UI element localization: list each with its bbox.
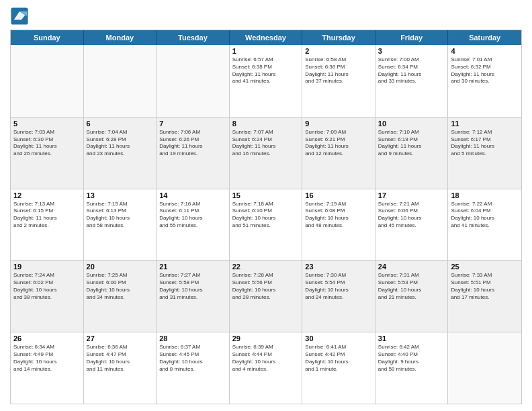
day-info: Sunrise: 7:07 AMSunset: 6:24 PMDaylight:… <box>232 129 300 158</box>
day-number: 24 <box>378 263 445 271</box>
day-number: 5 <box>13 120 81 128</box>
calendar-cell-week0-day5: 3Sunrise: 7:00 AMSunset: 6:34 PMDaylight… <box>375 45 449 117</box>
day-info: Sunrise: 7:13 AMSunset: 6:15 PMDaylight:… <box>13 201 81 230</box>
calendar-row-4: 26Sunrise: 6:34 AMSunset: 4:49 PMDayligh… <box>11 332 521 404</box>
day-number: 23 <box>305 263 372 271</box>
day-info: Sunrise: 7:12 AMSunset: 6:17 PMDaylight:… <box>451 129 519 158</box>
calendar-row-0: 1Sunrise: 6:57 AMSunset: 6:38 PMDaylight… <box>11 45 521 117</box>
day-info: Sunrise: 6:36 AMSunset: 4:47 PMDaylight:… <box>87 344 154 373</box>
calendar-cell-week0-day0 <box>11 45 84 117</box>
day-info: Sunrise: 6:39 AMSunset: 4:44 PMDaylight:… <box>232 344 300 373</box>
day-number: 6 <box>87 120 154 128</box>
calendar: SundayMondayTuesdayWednesdayThursdayFrid… <box>10 30 522 404</box>
day-number: 13 <box>87 191 154 199</box>
calendar-cell-week4-day3: 29Sunrise: 6:39 AMSunset: 4:44 PMDayligh… <box>230 332 303 404</box>
weekday-header-monday: Monday <box>84 30 157 45</box>
day-number: 21 <box>159 263 226 271</box>
calendar-cell-week3-day4: 23Sunrise: 7:30 AMSunset: 5:54 PMDayligh… <box>302 261 375 332</box>
day-number: 14 <box>159 191 226 199</box>
day-info: Sunrise: 6:57 AMSunset: 6:38 PMDaylight:… <box>232 56 300 85</box>
calendar-cell-week1-day1: 6Sunrise: 7:04 AMSunset: 6:28 PMDaylight… <box>84 118 157 189</box>
calendar-cell-week4-day0: 26Sunrise: 6:34 AMSunset: 4:49 PMDayligh… <box>11 332 84 404</box>
day-info: Sunrise: 6:34 AMSunset: 4:49 PMDaylight:… <box>13 344 81 373</box>
weekday-header-wednesday: Wednesday <box>230 30 303 45</box>
weekday-header-friday: Friday <box>375 30 449 45</box>
day-info: Sunrise: 6:58 AMSunset: 6:36 PMDaylight:… <box>305 56 372 85</box>
calendar-cell-week1-day3: 8Sunrise: 7:07 AMSunset: 6:24 PMDaylight… <box>230 118 303 189</box>
calendar-cell-week1-day0: 5Sunrise: 7:03 AMSunset: 6:30 PMDaylight… <box>11 118 84 189</box>
calendar-cell-week0-day2 <box>157 45 230 117</box>
calendar-cell-week2-day2: 14Sunrise: 7:16 AMSunset: 6:11 PMDayligh… <box>157 189 230 261</box>
weekday-header-tuesday: Tuesday <box>157 30 230 45</box>
day-info: Sunrise: 6:42 AMSunset: 4:40 PMDaylight:… <box>378 344 445 373</box>
calendar-cell-week2-day3: 15Sunrise: 7:18 AMSunset: 6:10 PMDayligh… <box>230 189 303 261</box>
day-number: 9 <box>305 120 372 128</box>
day-info: Sunrise: 6:41 AMSunset: 4:42 PMDaylight:… <box>305 344 372 373</box>
calendar-cell-week4-day6 <box>448 332 521 404</box>
calendar-cell-week4-day1: 27Sunrise: 6:36 AMSunset: 4:47 PMDayligh… <box>84 332 157 404</box>
day-number: 27 <box>87 334 154 342</box>
calendar-cell-week3-day3: 22Sunrise: 7:28 AMSunset: 5:56 PMDayligh… <box>230 261 303 332</box>
logo-icon <box>10 7 29 26</box>
day-number: 8 <box>232 120 300 128</box>
day-info: Sunrise: 7:27 AMSunset: 5:58 PMDaylight:… <box>159 272 226 301</box>
day-info: Sunrise: 6:37 AMSunset: 4:45 PMDaylight:… <box>159 344 226 373</box>
calendar-cell-week1-day5: 10Sunrise: 7:10 AMSunset: 6:19 PMDayligh… <box>375 118 449 189</box>
day-number: 1 <box>232 47 300 55</box>
page: SundayMondayTuesdayWednesdayThursdayFrid… <box>0 0 532 411</box>
calendar-body: 1Sunrise: 6:57 AMSunset: 6:38 PMDaylight… <box>11 45 521 404</box>
day-info: Sunrise: 7:18 AMSunset: 6:10 PMDaylight:… <box>232 201 300 230</box>
day-info: Sunrise: 7:03 AMSunset: 6:30 PMDaylight:… <box>13 129 81 158</box>
day-number: 16 <box>305 191 372 199</box>
day-number: 30 <box>305 334 372 342</box>
day-number: 10 <box>378 120 445 128</box>
day-number: 26 <box>13 334 81 342</box>
day-info: Sunrise: 7:16 AMSunset: 6:11 PMDaylight:… <box>159 201 226 230</box>
day-number: 3 <box>378 47 445 55</box>
calendar-cell-week2-day5: 17Sunrise: 7:21 AMSunset: 6:06 PMDayligh… <box>375 189 449 261</box>
day-number: 15 <box>232 191 300 199</box>
day-info: Sunrise: 7:22 AMSunset: 6:04 PMDaylight:… <box>451 201 519 230</box>
calendar-cell-week2-day6: 18Sunrise: 7:22 AMSunset: 6:04 PMDayligh… <box>448 189 521 261</box>
calendar-header: SundayMondayTuesdayWednesdayThursdayFrid… <box>11 30 521 45</box>
calendar-cell-week3-day6: 25Sunrise: 7:33 AMSunset: 5:51 PMDayligh… <box>448 261 521 332</box>
calendar-cell-week0-day1 <box>84 45 157 117</box>
calendar-cell-week3-day1: 20Sunrise: 7:25 AMSunset: 6:00 PMDayligh… <box>84 261 157 332</box>
day-number: 12 <box>13 191 81 199</box>
day-info: Sunrise: 7:24 AMSunset: 6:02 PMDaylight:… <box>13 272 81 301</box>
header <box>10 7 522 26</box>
calendar-cell-week3-day0: 19Sunrise: 7:24 AMSunset: 6:02 PMDayligh… <box>11 261 84 332</box>
day-info: Sunrise: 7:21 AMSunset: 6:06 PMDaylight:… <box>378 201 445 230</box>
weekday-header-thursday: Thursday <box>302 30 375 45</box>
day-number: 31 <box>378 334 445 342</box>
calendar-cell-week2-day1: 13Sunrise: 7:15 AMSunset: 6:13 PMDayligh… <box>84 189 157 261</box>
calendar-cell-week4-day2: 28Sunrise: 6:37 AMSunset: 4:45 PMDayligh… <box>157 332 230 404</box>
weekday-header-saturday: Saturday <box>448 30 521 45</box>
day-info: Sunrise: 7:33 AMSunset: 5:51 PMDaylight:… <box>451 272 519 301</box>
calendar-cell-week4-day4: 30Sunrise: 6:41 AMSunset: 4:42 PMDayligh… <box>302 332 375 404</box>
day-number: 28 <box>159 334 226 342</box>
day-number: 7 <box>159 120 226 128</box>
day-info: Sunrise: 7:00 AMSunset: 6:34 PMDaylight:… <box>378 56 445 85</box>
calendar-cell-week0-day4: 2Sunrise: 6:58 AMSunset: 6:36 PMDaylight… <box>302 45 375 117</box>
day-number: 22 <box>232 263 300 271</box>
calendar-cell-week0-day6: 4Sunrise: 7:01 AMSunset: 6:32 PMDaylight… <box>448 45 521 117</box>
day-number: 20 <box>87 263 154 271</box>
calendar-cell-week1-day4: 9Sunrise: 7:09 AMSunset: 6:21 PMDaylight… <box>302 118 375 189</box>
day-number: 18 <box>451 191 519 199</box>
day-info: Sunrise: 7:28 AMSunset: 5:56 PMDaylight:… <box>232 272 300 301</box>
day-number: 25 <box>451 263 519 271</box>
calendar-cell-week2-day4: 16Sunrise: 7:19 AMSunset: 6:08 PMDayligh… <box>302 189 375 261</box>
day-number: 17 <box>378 191 445 199</box>
day-number: 2 <box>305 47 372 55</box>
day-info: Sunrise: 7:31 AMSunset: 5:53 PMDaylight:… <box>378 272 445 301</box>
calendar-row-3: 19Sunrise: 7:24 AMSunset: 6:02 PMDayligh… <box>11 260 521 332</box>
day-number: 29 <box>232 334 300 342</box>
calendar-cell-week3-day5: 24Sunrise: 7:31 AMSunset: 5:53 PMDayligh… <box>375 261 449 332</box>
calendar-row-1: 5Sunrise: 7:03 AMSunset: 6:30 PMDaylight… <box>11 117 521 189</box>
day-info: Sunrise: 7:19 AMSunset: 6:08 PMDaylight:… <box>305 201 372 230</box>
day-info: Sunrise: 7:10 AMSunset: 6:19 PMDaylight:… <box>378 129 445 158</box>
calendar-cell-week2-day0: 12Sunrise: 7:13 AMSunset: 6:15 PMDayligh… <box>11 189 84 261</box>
day-info: Sunrise: 7:30 AMSunset: 5:54 PMDaylight:… <box>305 272 372 301</box>
day-info: Sunrise: 7:04 AMSunset: 6:28 PMDaylight:… <box>87 129 154 158</box>
